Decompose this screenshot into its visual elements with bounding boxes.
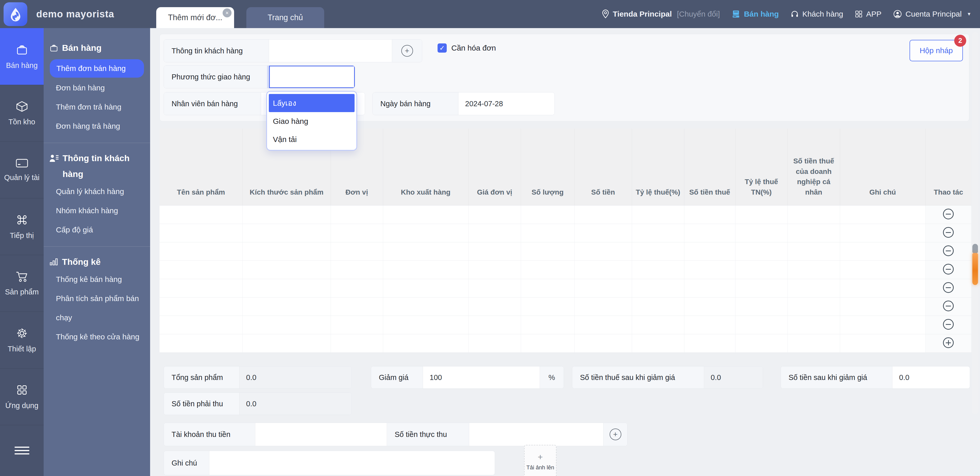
table-cell[interactable]: [925, 261, 971, 279]
remove-row-icon[interactable]: [943, 319, 954, 330]
table-cell[interactable]: [331, 242, 383, 261]
table-cell[interactable]: [468, 261, 521, 279]
remove-row-icon[interactable]: [943, 301, 954, 311]
table-cell[interactable]: [735, 297, 788, 316]
table-cell[interactable]: [840, 316, 925, 334]
table-cell[interactable]: [925, 316, 971, 334]
customer-input[interactable]: [269, 40, 392, 62]
table-cell[interactable]: [242, 316, 331, 334]
table-cell[interactable]: [468, 297, 521, 316]
scrollbar-thumb[interactable]: [972, 244, 978, 285]
table-cell[interactable]: [159, 242, 242, 261]
table-cell[interactable]: [735, 205, 788, 224]
table-cell[interactable]: [735, 261, 788, 279]
table-cell[interactable]: [159, 261, 242, 279]
table-cell[interactable]: [684, 242, 735, 261]
dropdown-option-delivery[interactable]: Giao hàng: [269, 112, 355, 130]
rail-item-finance[interactable]: Quản lý tài: [0, 142, 44, 198]
table-cell[interactable]: [788, 205, 840, 224]
table-cell[interactable]: [840, 297, 925, 316]
tab-close-icon[interactable]: ×: [223, 8, 232, 18]
add-customer-button[interactable]: +: [392, 40, 422, 62]
table-cell[interactable]: [383, 205, 468, 224]
rail-item-inventory[interactable]: Tồn kho: [0, 85, 44, 142]
table-cell[interactable]: [242, 242, 331, 261]
table-cell[interactable]: [788, 334, 840, 352]
table-cell[interactable]: [468, 334, 521, 352]
date-input[interactable]: 2024-07-28: [458, 92, 554, 115]
table-cell[interactable]: [159, 279, 242, 297]
table-cell[interactable]: [925, 334, 971, 352]
table-cell[interactable]: [521, 261, 574, 279]
sidebar-item-price-levels[interactable]: Cấp độ giá: [49, 220, 145, 239]
sidebar-item-customer-management[interactable]: Quản lý khách hàng: [49, 182, 145, 201]
table-cell[interactable]: [331, 261, 383, 279]
table-cell[interactable]: [632, 297, 684, 316]
table-cell[interactable]: [242, 334, 331, 352]
table-cell[interactable]: [735, 224, 788, 242]
discount-input[interactable]: 100: [423, 366, 540, 388]
table-cell[interactable]: [521, 224, 574, 242]
sidebar-item-sale-orders[interactable]: Đơn bán hàng: [49, 78, 145, 97]
table-cell[interactable]: [925, 205, 971, 224]
nav-pos-sales[interactable]: Bán hàng: [732, 10, 779, 18]
table-cell[interactable]: [468, 279, 521, 297]
table-cell[interactable]: [159, 316, 242, 334]
table-cell[interactable]: [735, 242, 788, 261]
dropdown-option-pickup[interactable]: Lấyเอง: [269, 94, 355, 112]
table-cell[interactable]: [521, 297, 574, 316]
invoice-checkbox-label[interactable]: Cần hóa đơn: [451, 39, 496, 57]
table-cell[interactable]: [840, 261, 925, 279]
nav-support[interactable]: Khách hàng: [791, 10, 843, 18]
table-cell[interactable]: [632, 316, 684, 334]
nav-store[interactable]: Tienda Principal [Chuyển đổi]: [602, 9, 720, 19]
table-cell[interactable]: [383, 297, 468, 316]
scrollbar-track[interactable]: [972, 32, 978, 414]
tab-new-order[interactable]: Thêm mới đơ... ×: [156, 7, 234, 28]
rail-item-apps[interactable]: Ứng dụng: [0, 368, 44, 425]
remove-row-icon[interactable]: [943, 245, 954, 256]
table-cell[interactable]: [331, 316, 383, 334]
tab-home[interactable]: Trang chủ: [247, 7, 324, 28]
table-cell[interactable]: [468, 205, 521, 224]
table-cell[interactable]: [632, 279, 684, 297]
table-cell[interactable]: [242, 205, 331, 224]
table-cell[interactable]: [521, 279, 574, 297]
table-cell[interactable]: [574, 224, 632, 242]
table-cell[interactable]: [331, 297, 383, 316]
table-cell[interactable]: [788, 316, 840, 334]
sidebar-item-add-sale-order[interactable]: Thêm đơn bán hàng: [50, 59, 144, 78]
sidebar-item-bestseller-analysis[interactable]: Phân tích sản phẩm bán chạy: [49, 289, 145, 327]
sidebar-item-return-orders[interactable]: Đơn hàng trả hàng: [49, 116, 145, 135]
table-cell[interactable]: [383, 261, 468, 279]
table-cell[interactable]: [242, 224, 331, 242]
table-cell[interactable]: [684, 224, 735, 242]
sidebar-item-sales-statistics[interactable]: Thống kê bán hàng: [49, 270, 145, 289]
table-cell[interactable]: [159, 297, 242, 316]
app-logo[interactable]: [3, 2, 27, 26]
rail-item-settings[interactable]: Thiết lập: [0, 312, 44, 368]
table-cell[interactable]: [383, 316, 468, 334]
table-cell[interactable]: [840, 224, 925, 242]
sidebar-item-add-return-order[interactable]: Thêm đơn trả hàng: [49, 97, 145, 116]
table-cell[interactable]: [735, 316, 788, 334]
add-payment-button[interactable]: +: [603, 423, 627, 446]
table-cell[interactable]: [684, 316, 735, 334]
table-cell[interactable]: [331, 334, 383, 352]
table-cell[interactable]: [788, 297, 840, 316]
table-cell[interactable]: [574, 242, 632, 261]
table-cell[interactable]: [925, 224, 971, 242]
store-switch-link[interactable]: [Chuyển đổi]: [677, 10, 720, 18]
delivery-input[interactable]: [269, 65, 355, 88]
table-cell[interactable]: [925, 297, 971, 316]
table-cell[interactable]: [632, 261, 684, 279]
add-row-icon[interactable]: [943, 337, 954, 348]
table-cell[interactable]: [574, 205, 632, 224]
table-cell[interactable]: [574, 261, 632, 279]
dropdown-option-transport[interactable]: Vận tải: [269, 130, 355, 148]
table-cell[interactable]: [574, 334, 632, 352]
received-amount-input[interactable]: [469, 423, 603, 446]
table-cell[interactable]: [735, 279, 788, 297]
image-upload-box[interactable]: + Tải ảnh lên: [524, 445, 557, 476]
table-cell[interactable]: [788, 242, 840, 261]
